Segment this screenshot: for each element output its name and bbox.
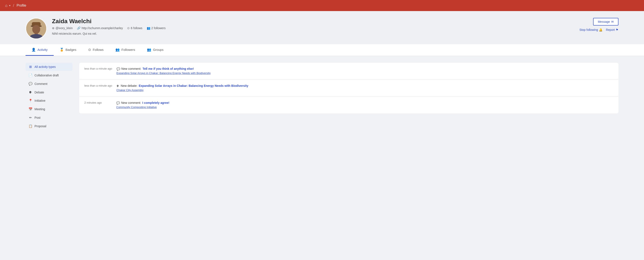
tab-badges[interactable]: 🏅 Badges [54,44,82,56]
activity-time-2: less than a minute ago [84,84,112,87]
table-row: less than a minute ago 🗣 New debate: Exp… [79,80,618,96]
badges-tab-icon: 🏅 [60,48,64,52]
sidebar-label-post: Post [34,116,40,119]
followers-item: 👥 2 followers [147,26,166,30]
top-navigation: ⌂ ▾ / Profile [0,0,644,11]
stop-following-button[interactable]: Stop following 🔔 [580,28,602,31]
activity-body-3: 💬 New comment: I completely agree! Commu… [116,101,613,109]
follows-tab-icon: ⊙ [88,48,91,52]
profile-bio: Nihil reicienciis earum. Qui ea vel. [52,32,574,35]
sidebar-item-meeting[interactable]: 📅 Meeting [26,105,72,113]
activity-time-1: less than a minute ago [84,67,112,70]
main-content: ⊞ All activity types 📄 Collaborative dra… [0,56,644,141]
sidebar-label-meeting: Meeting [34,107,45,111]
activity-link-2[interactable]: Expanding Solar Arrays in Chakar: Balanc… [139,84,248,87]
flag-icon: ⚑ [616,28,618,31]
activity-tab-icon: 👤 [32,48,36,52]
tab-badges-label: Badges [66,48,76,51]
tab-follows-label: Follows [93,48,104,51]
activity-title-3: 💬 New comment: I completely agree! [116,101,613,105]
sidebar-label-initiative: Initiative [34,99,45,102]
link-icon: 🔗 [77,26,80,30]
tab-activity-label: Activity [38,48,48,51]
activity-link-3[interactable]: I completely agree! [142,101,169,104]
website-item: 🔗 http://schumm.example/charley [77,26,123,30]
activity-title-1: 💬 New comment: Tell me if you think of a… [116,67,613,71]
tab-followers[interactable]: 👥 Followers [110,44,141,56]
tab-groups[interactable]: 👥 Groups [141,44,169,56]
breadcrumb-divider: / [13,3,14,8]
sidebar-item-post[interactable]: ✏ Post [26,114,72,122]
report-label: Report [606,28,615,31]
sidebar-item-comment[interactable]: 💬 Comment [26,80,72,88]
activity-prefix-3: New comment: [121,101,141,104]
activity-card: less than a minute ago 💬 New comment: Te… [79,63,618,113]
home-icon[interactable]: ⌂ [5,3,8,8]
sidebar-label-proposal: Proposal [34,124,46,128]
activity-title-2: 🗣 New debate: Expanding Solar Arrays in … [116,84,613,88]
message-label: Message [598,20,610,23]
activity-feed: less than a minute ago 💬 New comment: Te… [79,63,618,134]
all-activity-icon: ⊞ [28,65,32,69]
secondary-actions: Stop following 🔔 Report ⚑ [580,28,618,31]
sidebar-label-comment: Comment [34,82,48,85]
profile-meta: ⊕ @ivory_klein 🔗 http://schumm.example/c… [52,26,574,30]
profile-header: Zaida Waelchi ⊕ @ivory_klein 🔗 http://sc… [26,18,618,44]
debate-activity-icon-2: 🗣 [116,84,120,88]
at-icon: ⊕ [52,26,54,30]
initiative-icon: 📍 [28,99,32,103]
sidebar-item-proposal[interactable]: 📋 Proposal [26,122,72,130]
nav-chevron-icon: ▾ [9,4,10,7]
username: @ivory_klein [56,26,72,30]
comment-activity-icon-3: 💬 [116,101,120,105]
tab-followers-label: Followers [122,48,135,51]
activity-body-1: 💬 New comment: Tell me if you think of a… [116,67,613,75]
sidebar-label-debate: Debate [34,91,44,94]
stop-following-label: Stop following [580,28,598,31]
website-link[interactable]: http://schumm.example/charley [82,26,123,30]
profile-info: Zaida Waelchi ⊕ @ivory_klein 🔗 http://sc… [52,18,574,35]
activity-subtitle-3[interactable]: Community Composting Initiative [116,106,613,109]
profile-name: Zaida Waelchi [52,18,574,25]
meeting-icon: 📅 [28,107,32,111]
message-icon: ✉ [611,20,614,23]
sidebar-item-initiative[interactable]: 📍 Initiative [26,97,72,105]
activity-subtitle-2[interactable]: Chakar City Assembly [116,88,613,92]
follows-item: ⊙ 6 follows [127,26,142,30]
activity-body-2: 🗣 New debate: Expanding Solar Arrays in … [116,84,613,92]
avatar [26,18,47,39]
tab-groups-label: Groups [153,48,163,51]
tabs-bar: 👤 Activity 🏅 Badges ⊙ Follows 👥 Follower… [0,44,644,56]
activity-prefix-1: New comment: [122,67,141,70]
activity-prefix-2: New debate: [121,84,138,87]
username-item: ⊕ @ivory_klein [52,26,72,30]
sidebar-label-all-activity: All activity types [34,65,56,68]
message-button[interactable]: Message ✉ [593,18,618,25]
followers-count: 2 followers [152,26,166,30]
activity-subtitle-1[interactable]: Expanding Solar Arrays in Chakar: Balanc… [116,71,613,75]
activity-link-1[interactable]: Tell me if you think of anything else! [142,67,194,70]
proposal-icon: 📋 [28,124,32,128]
svg-point-3 [32,25,40,34]
activity-time-3: 2 minutes ago [84,101,112,104]
groups-tab-icon: 👥 [147,48,151,52]
post-icon: ✏ [28,116,32,120]
collaborative-draft-icon: 📄 [28,73,32,77]
bell-icon: 🔔 [599,28,602,31]
follows-count: 6 follows [131,26,142,30]
tab-activity[interactable]: 👤 Activity [26,44,54,56]
comment-icon: 💬 [28,82,32,86]
profile-section: Zaida Waelchi ⊕ @ivory_klein 🔗 http://sc… [0,11,644,44]
sidebar-item-all-activity-types[interactable]: ⊞ All activity types [26,63,72,71]
followers-icon: 👥 [147,26,150,30]
sidebar-item-debate[interactable]: 🗣 Debate [26,88,72,96]
sidebar-item-collaborative-draft[interactable]: 📄 Collaborative draft [26,71,72,79]
sidebar: ⊞ All activity types 📄 Collaborative dra… [26,63,72,134]
debate-icon: 🗣 [28,90,32,94]
profile-actions: Message ✉ Stop following 🔔 Report ⚑ [580,18,618,31]
sidebar-label-collaborative-draft: Collaborative draft [34,74,59,77]
tab-follows[interactable]: ⊙ Follows [82,44,110,56]
table-row: 2 minutes ago 💬 New comment: I completel… [79,97,618,113]
followers-tab-icon: 👥 [116,48,120,52]
report-button[interactable]: Report ⚑ [606,28,618,31]
